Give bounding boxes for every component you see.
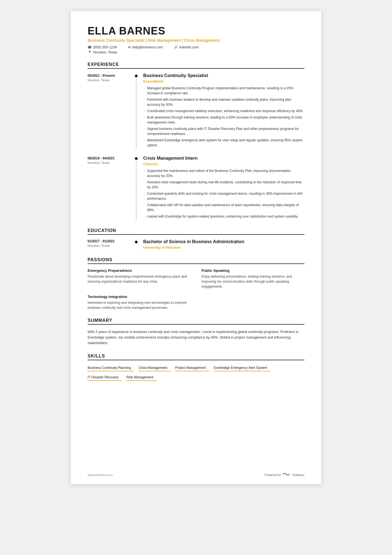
experience-section-title: EXPERIENCE (88, 62, 304, 69)
exp-left-exxon: 05/2021 - Present Houston, Texas (88, 73, 132, 149)
skill-tag-4: IT Disaster Recovery (88, 374, 122, 381)
linkedin-icon: 🔗 (174, 45, 178, 49)
edu-school: University of Houston (143, 245, 304, 250)
exp-line-chevron (136, 161, 137, 220)
edu-right: Bachelor of Science in Business Administ… (140, 239, 304, 250)
passion-desc-technology: Interested in exploring and integrating … (88, 300, 190, 310)
passion-item-speaking: Public Speaking Enjoy delivering present… (202, 268, 304, 289)
exp-bullet: Maintained Everbridge emergency alert sy… (143, 138, 304, 148)
location-row: 📍 Houston, Texas (88, 50, 304, 54)
exp-bullet: Conducted quarterly drills and training … (143, 191, 304, 201)
exp-bullet: Collaborated with HR for data updates an… (143, 203, 304, 213)
exp-location-chevron: Houston, Texas (88, 161, 132, 164)
passion-desc-speaking: Enjoy delivering presentations, leading … (202, 274, 304, 289)
header: ELLA BARNES Business Continuity Speciali… (88, 25, 304, 54)
passions-section: PASSIONS Emergency Preparedness Passiona… (88, 257, 304, 310)
location-icon: 📍 (88, 50, 92, 54)
experience-section: EXPERIENCE 05/2021 - Present Houston, Te… (88, 62, 304, 220)
passion-title-speaking: Public Speaking (202, 268, 304, 273)
skill-tag-2: Project Management (175, 365, 209, 371)
experience-item-chevron: 08/2019 - 04/2021 Houston, Texas Crisis … (88, 156, 304, 220)
exp-bullet: Coordinated crisis management tabletop e… (143, 108, 304, 114)
skills-section-title: SKILLS (88, 354, 304, 360)
candidate-title: Business Continuity Specialist | Risk Ma… (88, 38, 304, 43)
exp-right-chevron: Crisis Management Intern Chevron Support… (140, 156, 304, 220)
skill-tag-1: Crisis Management (138, 365, 170, 371)
exp-role-chevron: Crisis Management Intern (143, 156, 304, 161)
exp-dot-chevron (135, 157, 138, 160)
passion-item-technology: Technology Integration Interested in exp… (88, 295, 190, 310)
exp-location-exxon: Houston, Texas (88, 78, 132, 82)
education-section-title: EDUCATION (88, 228, 304, 235)
linkedin-contact: 🔗 linkedin.com (174, 45, 199, 49)
edu-divider (132, 239, 140, 250)
exp-date-chevron: 08/2019 - 04/2021 (88, 156, 132, 160)
exp-bullet: Liaised with Everbridge for system-relat… (143, 214, 304, 219)
footer-brand: Powered by Enhancv (265, 472, 304, 477)
phone-icon: ☎ (88, 45, 92, 49)
experience-item-exxon: 05/2021 - Present Houston, Texas Busines… (88, 73, 304, 149)
summary-section-title: SUMMARY (88, 318, 304, 325)
exp-bullets-exxon: Managed global Business Continuity Progr… (143, 86, 304, 148)
powered-by-text: Powered by (265, 473, 281, 477)
skills-row-1: Business Continuity Planning Crisis Mana… (88, 365, 304, 374)
exp-bullet: Assisted crisis management team during r… (143, 180, 304, 190)
email-icon: ✉ (128, 45, 131, 49)
exp-line-exxon (136, 78, 137, 149)
education-item: 01/2017 - 01/2021 Houston, Texas Bachelo… (88, 239, 304, 250)
exp-dot-exxon (135, 75, 138, 77)
exp-bullet: Managed global Business Continuity Progr… (143, 86, 304, 96)
skill-tag-3: Everbridge Emergency Alert System (214, 365, 271, 371)
page-footer: www.enhancv.com Powered by Enhancv (88, 472, 304, 477)
skill-tag-0: Business Continuity Planning (88, 365, 134, 371)
exp-company-exxon: ExxonMobil (143, 79, 304, 83)
passion-item-emergency: Emergency Preparedness Passionate about … (88, 268, 190, 289)
summary-text: With 2 years of experience in business c… (88, 329, 304, 346)
exp-right-exxon: Business Continuity Specialist ExxonMobi… (140, 73, 304, 149)
email-address: help@enhancv.com (132, 45, 163, 49)
edu-location: Houston, Texas (88, 244, 132, 247)
edu-left: 01/2017 - 01/2021 Houston, Texas (88, 239, 132, 250)
passion-desc-emergency: Passionate about developing comprehensiv… (88, 274, 190, 284)
exp-divider-exxon (132, 73, 140, 149)
passions-section-title: PASSIONS (88, 257, 304, 264)
summary-section: SUMMARY With 2 years of experience in bu… (88, 318, 304, 346)
edu-date: 01/2017 - 01/2021 (88, 239, 132, 243)
exp-divider-chevron (132, 156, 140, 220)
exp-bullet: Partnered with business leaders to devel… (143, 97, 304, 107)
edu-dot (135, 241, 138, 243)
resume-page: ELLA BARNES Business Continuity Speciali… (71, 11, 321, 484)
exp-bullet: Built awareness through training session… (143, 115, 304, 125)
skills-row-2: IT Disaster Recovery Risk Management (88, 374, 304, 384)
candidate-name: ELLA BARNES (88, 25, 304, 37)
exp-role-exxon: Business Continuity Specialist (143, 73, 304, 78)
passion-title-emergency: Emergency Preparedness (88, 268, 190, 273)
contact-row: ☎ (555) 555-1234 ✉ help@enhancv.com 🔗 li… (88, 45, 304, 49)
passions-grid: Emergency Preparedness Passionate about … (88, 268, 304, 310)
exp-left-chevron: 08/2019 - 04/2021 Houston, Texas (88, 156, 132, 220)
enhancv-logo (282, 472, 291, 477)
skill-tag-5: Risk Management (126, 374, 157, 381)
phone-number: (555) 555-1234 (93, 45, 117, 49)
linkedin-url: linkedin.com (179, 45, 199, 49)
exp-bullets-chevron: Supported the maintenance and rollout of… (143, 168, 304, 219)
passion-title-technology: Technology Integration (88, 295, 190, 299)
exp-company-chevron: Chevron (143, 162, 304, 166)
location-text: Houston, Texas (93, 50, 117, 54)
email-contact: ✉ help@enhancv.com (128, 45, 163, 49)
edu-degree: Bachelor of Science in Business Administ… (143, 239, 304, 244)
exp-bullet: Aligned business continuity plans with I… (143, 126, 304, 136)
brand-name: Enhancv (292, 473, 304, 477)
phone-contact: ☎ (555) 555-1234 (88, 45, 117, 49)
exp-bullet: Supported the maintenance and rollout of… (143, 168, 304, 178)
exp-date-exxon: 05/2021 - Present (88, 74, 132, 78)
footer-website: www.enhancv.com (88, 473, 113, 477)
skills-section: SKILLS Business Continuity Planning Cris… (88, 354, 304, 384)
education-section: EDUCATION 01/2017 - 01/2021 Houston, Tex… (88, 228, 304, 250)
